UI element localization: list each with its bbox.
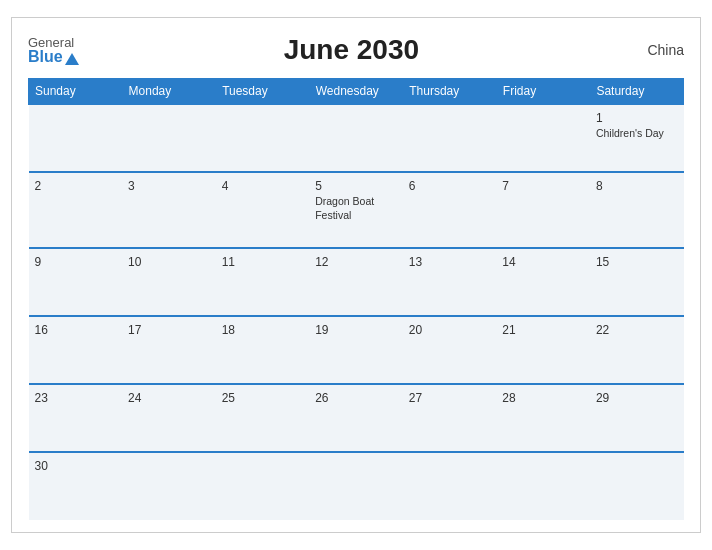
calendar-week-row: 23242526272829: [29, 384, 684, 452]
calendar-cell: 30: [29, 452, 123, 520]
calendar-cell: 14: [496, 248, 590, 316]
day-number: 18: [222, 323, 304, 337]
calendar-cell: 20: [403, 316, 497, 384]
calendar-week-row: 1Children's Day: [29, 104, 684, 172]
calendar-cell: 4: [216, 172, 310, 247]
calendar-week-row: 2345Dragon Boat Festival678: [29, 172, 684, 247]
calendar-cell: [29, 104, 123, 172]
calendar-cell: 27: [403, 384, 497, 452]
calendar-week-row: 16171819202122: [29, 316, 684, 384]
calendar-cell: 11: [216, 248, 310, 316]
calendar-container: General Blue June 2030 China Sunday Mond…: [11, 17, 701, 532]
calendar-cell: 6: [403, 172, 497, 247]
calendar-cell: 10: [122, 248, 216, 316]
calendar-cell: 5Dragon Boat Festival: [309, 172, 403, 247]
day-number: 16: [35, 323, 117, 337]
calendar-week-row: 9101112131415: [29, 248, 684, 316]
calendar-cell: 13: [403, 248, 497, 316]
day-number: 10: [128, 255, 210, 269]
calendar-cell: 16: [29, 316, 123, 384]
day-number: 23: [35, 391, 117, 405]
event-label: Children's Day: [596, 127, 678, 141]
day-number: 2: [35, 179, 117, 193]
header-saturday: Saturday: [590, 79, 684, 105]
day-number: 6: [409, 179, 491, 193]
day-number: 24: [128, 391, 210, 405]
day-number: 21: [502, 323, 584, 337]
day-number: 12: [315, 255, 397, 269]
day-number: 3: [128, 179, 210, 193]
calendar-country: China: [624, 42, 684, 58]
header-thursday: Thursday: [403, 79, 497, 105]
calendar-cell: 21: [496, 316, 590, 384]
calendar-cell: 28: [496, 384, 590, 452]
calendar-cell: [496, 104, 590, 172]
calendar-cell: 24: [122, 384, 216, 452]
day-number: 15: [596, 255, 678, 269]
header-wednesday: Wednesday: [309, 79, 403, 105]
calendar-cell: 2: [29, 172, 123, 247]
calendar-cell: 3: [122, 172, 216, 247]
calendar-cell: 25: [216, 384, 310, 452]
calendar-cell: 15: [590, 248, 684, 316]
calendar-cell: [496, 452, 590, 520]
calendar-week-row: 30: [29, 452, 684, 520]
calendar-cell: 29: [590, 384, 684, 452]
calendar-cell: 1Children's Day: [590, 104, 684, 172]
calendar-cell: 12: [309, 248, 403, 316]
day-number: 5: [315, 179, 397, 193]
calendar-cell: [122, 452, 216, 520]
day-number: 8: [596, 179, 678, 193]
calendar-cell: [216, 452, 310, 520]
weekday-header-row: Sunday Monday Tuesday Wednesday Thursday…: [29, 79, 684, 105]
calendar-cell: [309, 104, 403, 172]
day-number: 26: [315, 391, 397, 405]
day-number: 1: [596, 111, 678, 125]
calendar-cell: [216, 104, 310, 172]
day-number: 14: [502, 255, 584, 269]
calendar-cell: [403, 104, 497, 172]
calendar-cell: [403, 452, 497, 520]
day-number: 4: [222, 179, 304, 193]
day-number: 30: [35, 459, 117, 473]
calendar-cell: 22: [590, 316, 684, 384]
day-number: 7: [502, 179, 584, 193]
calendar-title: June 2030: [79, 34, 624, 66]
header-friday: Friday: [496, 79, 590, 105]
calendar-table: Sunday Monday Tuesday Wednesday Thursday…: [28, 78, 684, 519]
calendar-cell: [122, 104, 216, 172]
day-number: 11: [222, 255, 304, 269]
day-number: 27: [409, 391, 491, 405]
calendar-cell: 18: [216, 316, 310, 384]
calendar-cell: [590, 452, 684, 520]
calendar-cell: 7: [496, 172, 590, 247]
logo: General Blue: [28, 36, 79, 65]
calendar-cell: 8: [590, 172, 684, 247]
header-monday: Monday: [122, 79, 216, 105]
event-label: Dragon Boat Festival: [315, 195, 397, 222]
calendar-cell: 19: [309, 316, 403, 384]
day-number: 20: [409, 323, 491, 337]
header-tuesday: Tuesday: [216, 79, 310, 105]
day-number: 13: [409, 255, 491, 269]
calendar-header: General Blue June 2030 China: [28, 34, 684, 66]
calendar-cell: 9: [29, 248, 123, 316]
header-sunday: Sunday: [29, 79, 123, 105]
day-number: 25: [222, 391, 304, 405]
calendar-cell: [309, 452, 403, 520]
calendar-cell: 26: [309, 384, 403, 452]
day-number: 28: [502, 391, 584, 405]
day-number: 19: [315, 323, 397, 337]
logo-general-text: General: [28, 36, 79, 49]
calendar-cell: 17: [122, 316, 216, 384]
logo-blue-text: Blue: [28, 49, 63, 65]
day-number: 29: [596, 391, 678, 405]
calendar-cell: 23: [29, 384, 123, 452]
logo-triangle-icon: [65, 53, 79, 65]
day-number: 22: [596, 323, 678, 337]
day-number: 9: [35, 255, 117, 269]
day-number: 17: [128, 323, 210, 337]
